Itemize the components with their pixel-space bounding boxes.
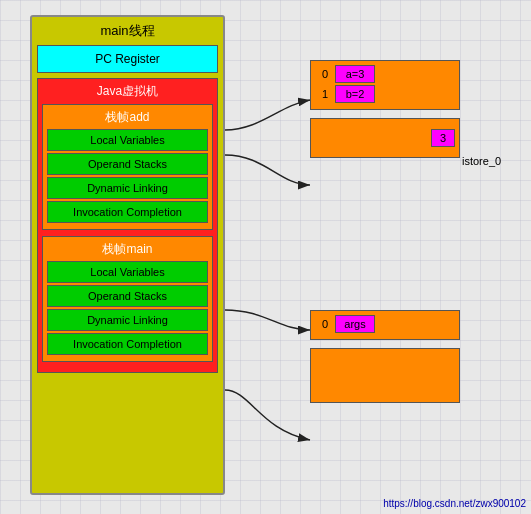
local-vars-add-panel: 0 a=3 1 b=2 3 [310,60,460,166]
lv-index-0: 0 [315,68,335,80]
frame-main-local-variables: Local Variables [47,261,208,283]
frame-add-dynamic-linking: Dynamic Linking [47,177,208,199]
local-vars-main-panel: 0 args [310,310,460,403]
lv-main-row-0: 0 args [315,315,455,333]
operand-main-box [310,348,460,403]
lv-value-1: b=2 [335,85,375,103]
lv-main-value-0: args [335,315,375,333]
lv-value-0: a=3 [335,65,375,83]
operand-add-box: 3 [310,118,460,158]
pc-register-box: PC Register [37,45,218,73]
lv-index-1: 1 [315,88,335,100]
local-vars-add-box: 0 a=3 1 b=2 [310,60,460,110]
frame-main-invocation-completion: Invocation Completion [47,333,208,355]
operand-add-value: 3 [431,129,455,147]
istore-label: istore_0 [462,155,501,167]
main-thread-title: main线程 [37,22,218,40]
frame-add-operand-stacks: Operand Stacks [47,153,208,175]
local-vars-main-box: 0 args [310,310,460,340]
main-thread-container: main线程 PC Register Java虚拟机 栈帧add Local V… [30,15,225,495]
lv-row-1: 1 b=2 [315,85,455,103]
frame-add: 栈帧add Local Variables Operand Stacks Dyn… [42,104,213,230]
jvm-stack-title: Java虚拟机 [42,83,213,100]
jvm-stack-container: Java虚拟机 栈帧add Local Variables Operand St… [37,78,218,373]
frame-main: 栈帧main Local Variables Operand Stacks Dy… [42,236,213,362]
lv-row-0: 0 a=3 [315,65,455,83]
frame-main-title: 栈帧main [47,241,208,258]
lv-main-index-0: 0 [315,318,335,330]
frame-main-operand-stacks: Operand Stacks [47,285,208,307]
frame-add-local-variables: Local Variables [47,129,208,151]
frame-add-title: 栈帧add [47,109,208,126]
frame-main-dynamic-linking: Dynamic Linking [47,309,208,331]
watermark: https://blog.csdn.net/zwx900102 [383,498,526,509]
frame-add-invocation-completion: Invocation Completion [47,201,208,223]
